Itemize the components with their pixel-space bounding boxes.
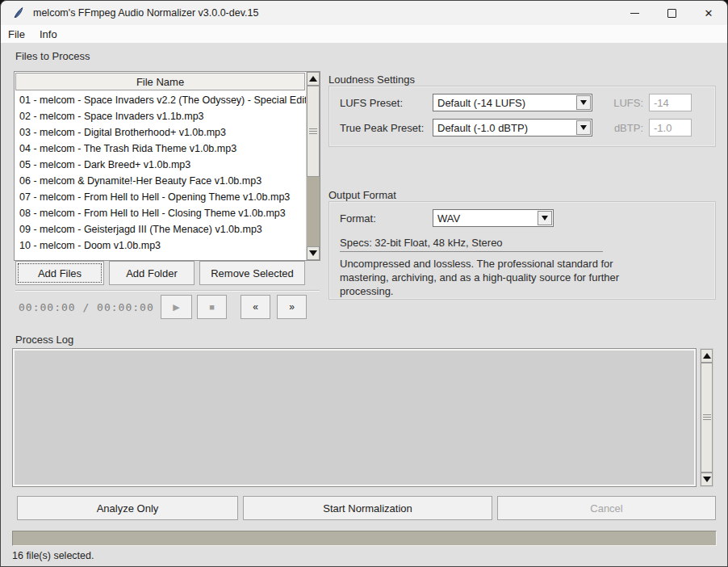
format-specs: Specs: 32-bit Float, 48 kHz, Stereo bbox=[340, 237, 503, 249]
output-format-label: Output Format bbox=[328, 189, 396, 201]
scroll-down-button[interactable] bbox=[307, 246, 320, 260]
window-controls: ✕ bbox=[616, 1, 727, 25]
analyze-only-button[interactable]: Analyze Only bbox=[17, 496, 238, 520]
app-window: melcom's FFmpeg Audio Normalizer v3.0.0-… bbox=[0, 0, 728, 567]
status-bar-text: 16 file(s) selected. bbox=[12, 550, 94, 561]
list-item[interactable]: 07 - melcom - From Hell to Hell - Openin… bbox=[15, 189, 306, 205]
list-item[interactable]: 03 - melcom - Digital Brotherhood+ v1.0b… bbox=[15, 124, 306, 141]
list-item[interactable]: 10 - melcom - Doom v1.0b.mp3 bbox=[15, 237, 306, 254]
process-log-label: Process Log bbox=[15, 334, 73, 346]
maximize-icon bbox=[667, 9, 676, 18]
file-list-rows: 01 - melcom - Space Invaders v2.2 (The O… bbox=[15, 92, 306, 260]
divider bbox=[15, 290, 320, 292]
remove-selected-button[interactable]: Remove Selected bbox=[199, 261, 305, 285]
close-button[interactable]: ✕ bbox=[690, 1, 727, 25]
format-description: Uncompressed and lossless. The professio… bbox=[340, 257, 621, 298]
list-item[interactable]: 02 - melcom - Space Invaders v1.1b.mp3 bbox=[15, 108, 306, 124]
true-peak-preset-value: Default (-1.0 dBTP) bbox=[437, 120, 572, 136]
scroll-up-icon bbox=[703, 353, 711, 359]
format-value: WAV bbox=[437, 210, 533, 226]
process-log-scrollbar[interactable] bbox=[700, 348, 713, 487]
minimize-button[interactable] bbox=[616, 1, 653, 25]
format-dropdown-button[interactable] bbox=[538, 211, 552, 225]
title-bar: melcom's FFmpeg Audio Normalizer v3.0.0-… bbox=[1, 1, 727, 25]
cancel-button[interactable]: Cancel bbox=[497, 496, 716, 520]
lufs-preset-select[interactable]: Default (-14 LUFS) bbox=[433, 94, 592, 111]
scrollbar-grip-icon bbox=[703, 414, 711, 421]
true-peak-preset-select[interactable]: Default (-1.0 dBTP) bbox=[433, 119, 592, 136]
previous-track-button[interactable]: « bbox=[241, 295, 270, 319]
stop-button[interactable]: ■ bbox=[197, 295, 227, 319]
progress-bar bbox=[12, 531, 717, 546]
next-track-button[interactable]: » bbox=[277, 295, 307, 319]
add-folder-button[interactable]: Add Folder bbox=[109, 261, 195, 285]
window-title: melcom's FFmpeg Audio Normalizer v3.0.0-… bbox=[33, 7, 258, 19]
scroll-down-icon bbox=[309, 250, 317, 256]
stop-icon: ■ bbox=[209, 302, 215, 312]
minimize-icon bbox=[630, 13, 639, 14]
lufs-preset-value: Default (-14 LUFS) bbox=[437, 94, 572, 111]
previous-icon: « bbox=[253, 301, 258, 313]
play-icon: ▶ bbox=[173, 302, 179, 313]
playback-time-display: 00:00:00 / 00:00:00 bbox=[19, 295, 154, 319]
files-to-process-label: Files to Process bbox=[15, 50, 90, 62]
divider bbox=[340, 251, 603, 252]
maximize-button[interactable] bbox=[653, 1, 690, 25]
next-icon: » bbox=[289, 301, 295, 313]
true-peak-dropdown-button[interactable] bbox=[576, 120, 591, 135]
scrollbar-thumb[interactable] bbox=[307, 86, 320, 177]
start-normalization-button[interactable]: Start Normalization bbox=[243, 496, 492, 520]
scrollbar-track[interactable] bbox=[701, 363, 713, 472]
true-peak-preset-label: True Peak Preset: bbox=[340, 122, 424, 134]
list-item[interactable]: 05 - melcom - Dark Breed+ v1.0b.mp3 bbox=[15, 157, 306, 173]
format-select[interactable]: WAV bbox=[433, 209, 554, 227]
menu-bar: File Info bbox=[1, 25, 727, 43]
scrollbar-track[interactable] bbox=[307, 86, 320, 246]
file-list-content: File Name 01 - melcom - Space Invaders v… bbox=[15, 72, 306, 260]
file-list-scrollbar[interactable] bbox=[306, 72, 320, 260]
lufs-preset-dropdown-button[interactable] bbox=[576, 95, 591, 110]
list-item[interactable]: 01 - melcom - Space Invaders v2.2 (The O… bbox=[15, 92, 306, 108]
chevron-down-icon bbox=[542, 216, 548, 220]
dbtp-value-field[interactable] bbox=[649, 119, 692, 136]
file-list: File Name 01 - melcom - Space Invaders v… bbox=[14, 71, 320, 261]
scrollbar-grip-icon bbox=[309, 128, 317, 135]
lufs-value-field[interactable] bbox=[649, 94, 692, 111]
lufs-label: LUFS: bbox=[611, 97, 643, 109]
scroll-up-icon bbox=[309, 76, 317, 82]
scroll-down-button[interactable] bbox=[701, 472, 713, 486]
menu-file[interactable]: File bbox=[1, 25, 32, 43]
scrollbar-thumb[interactable] bbox=[701, 363, 713, 472]
scroll-up-button[interactable] bbox=[701, 349, 713, 363]
list-item[interactable]: 09 - melcom - Geisterjagd III (The Menac… bbox=[15, 221, 306, 237]
list-item[interactable]: 04 - melcom - The Trash Rida Theme v1.0b… bbox=[15, 141, 306, 157]
play-button[interactable]: ▶ bbox=[161, 295, 192, 319]
chevron-down-icon bbox=[580, 100, 587, 105]
process-log-textarea[interactable] bbox=[12, 348, 697, 487]
close-icon: ✕ bbox=[705, 8, 713, 19]
add-files-button[interactable]: Add Files bbox=[15, 261, 104, 285]
loudness-settings-label: Loudness Settings bbox=[328, 74, 415, 86]
menu-info[interactable]: Info bbox=[32, 25, 65, 43]
file-name-column-header[interactable]: File Name bbox=[15, 73, 305, 90]
python-feather-icon bbox=[12, 6, 25, 19]
format-label: Format: bbox=[340, 212, 376, 225]
chevron-down-icon bbox=[580, 125, 587, 130]
scroll-down-icon bbox=[703, 477, 711, 482]
list-item[interactable]: 08 - melcom - From Hell to Hell - Closin… bbox=[15, 205, 306, 221]
list-item[interactable]: 06 - melcom & Dynamite!-Her Beauty Face … bbox=[15, 173, 306, 189]
lufs-preset-label: LUFS Preset: bbox=[340, 97, 403, 109]
dbtp-label: dBTP: bbox=[611, 122, 643, 134]
scroll-up-button[interactable] bbox=[307, 72, 320, 86]
